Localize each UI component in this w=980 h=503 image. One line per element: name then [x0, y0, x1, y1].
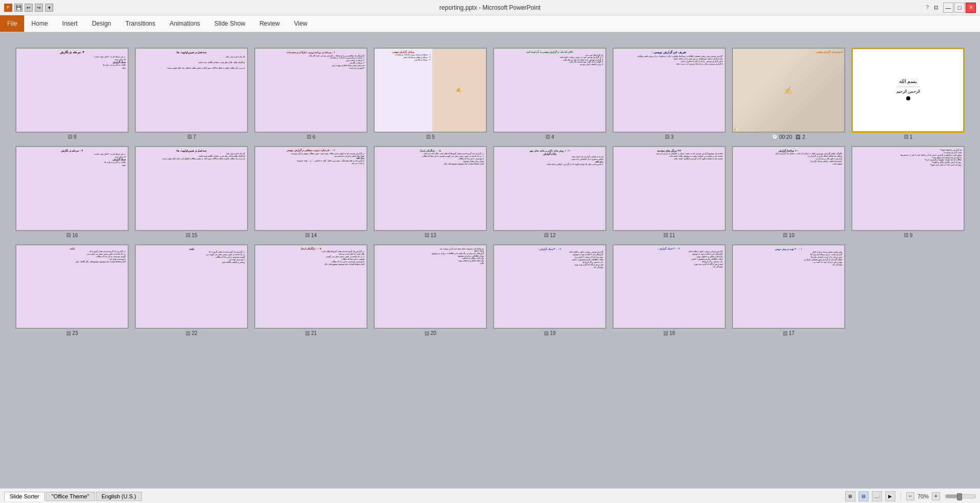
- slide-thumb-17: ۱ - ۰ ۳ تهیه ی پیش نویس پیش نویس، ستون و…: [732, 244, 845, 329]
- slide-item-16[interactable]: ۳ - مرحله ی نگارش در این مرحله باید به ۴…: [15, 146, 129, 238]
- slide-item-18[interactable]: ۲ - ۰ ۳ سبک گزارش : گزارش نویسی روشن، دق…: [612, 244, 726, 337]
- slide-item-5[interactable]: مراحل گزارش نویسی ۱ - مرحله ی برنامه ریز…: [374, 48, 487, 140]
- slide-icon-13: 🖼: [424, 233, 429, 238]
- slide-icon-12: 🖼: [544, 233, 548, 238]
- slide-number-18: 🖼 18: [663, 330, 675, 336]
- slide-item-17[interactable]: ۱ - ۰ ۳ تهیه ی پیش نویس پیش نویس، ستون و…: [732, 244, 845, 337]
- slide-item-11[interactable]: ۲-۲ بزرگی های مقدمه مقدمه باید موضوع گزا…: [612, 146, 726, 238]
- slide-icon-6: 🖼: [307, 134, 311, 139]
- slide-thumb-14: ۲ - ۵-۰ رعایت ترتیب منطقی در گزارش نویسی…: [254, 146, 368, 231]
- window-title: reporting.pptx - Microsoft PowerPoint: [439, 4, 540, 11]
- tab-file[interactable]: File: [0, 15, 24, 32]
- slide-number-12: 🖼 12: [544, 233, 556, 238]
- slide-number-19: 🖼 19: [544, 330, 556, 336]
- tab-transitions[interactable]: Transitions: [118, 15, 162, 32]
- slide-icon-16: 🖼: [66, 233, 71, 238]
- help-icon[interactable]: ?: [926, 5, 929, 10]
- tab-animations[interactable]: Animations: [162, 15, 207, 32]
- slide-item-13[interactable]: ۵ - ۰ پاراگراف (بند): در گزارش باید گروه…: [374, 146, 487, 238]
- slide-thumb-9: چه گزارش را خواهد خواند؟ هدف گزارش چیست؟…: [851, 146, 965, 231]
- slide-icon-14: 🖼: [305, 233, 310, 238]
- slide-item-21[interactable]: ۵ - ۰ پاراگراف (بند): در گزارش باید گروه…: [254, 244, 368, 337]
- slide-number-16: 🖼 16: [66, 233, 78, 238]
- slide-number-21: 🖼 21: [305, 330, 317, 336]
- slide-thumb-11: ۲-۲ بزرگی های مقدمه مقدمه باید موضوع گزا…: [612, 146, 726, 231]
- tab-home[interactable]: Home: [24, 15, 55, 32]
- customize-button[interactable]: ▾: [45, 4, 53, 12]
- zoom-slider[interactable]: [945, 494, 976, 498]
- maximize-button[interactable]: □: [954, 3, 965, 13]
- slide-item-3[interactable]: تعریف فن گزارش نویسی : گزارش نویسی یعنی …: [612, 48, 726, 140]
- slide-sorter-area: ۳ - مرحله ی نگارش در این مرحله باید به ۴…: [0, 32, 980, 488]
- slide-item-1[interactable]: بسم الله الرحمن الرحیم 🖼 1: [851, 48, 965, 140]
- zoom-out-button[interactable]: −: [906, 492, 914, 500]
- slide-item-15[interactable]: جند اصل در تعیین اولویت ها: کل باید با ج…: [135, 146, 248, 238]
- expand-icon[interactable]: ⊡: [934, 5, 938, 10]
- slide-icon-8: 🖼: [68, 134, 72, 139]
- slide-number-20: 🖼 20: [424, 330, 436, 336]
- clock-icon-2: 🕐: [772, 134, 778, 139]
- slide-number-9: 🖼 9: [904, 233, 913, 238]
- slide-number-15: 🖼 15: [186, 233, 197, 238]
- status-tabs: Slide Sorter "Office Theme" English (U.S…: [4, 492, 142, 501]
- reading-view-button[interactable]: 📖: [872, 491, 882, 501]
- zoom-in-button[interactable]: +: [932, 492, 940, 500]
- slide-sorter-view-button[interactable]: ⊟: [859, 491, 869, 501]
- slide-icon-23: 🖼: [66, 331, 71, 336]
- slide-icon-4: 🖼: [545, 134, 550, 139]
- slideshow-view-button[interactable]: ▶: [885, 491, 895, 501]
- slide-item-8[interactable]: ۳ - مرحله ی نگارش در این مرحله باید به ۴…: [15, 48, 129, 140]
- slide-thumb-1: بسم الله الرحمن الرحیم: [851, 48, 965, 133]
- slide-item-4[interactable]: نکاتی که باید در گزارش نویسی به آن توجه …: [493, 48, 606, 140]
- zoom-level: 70%: [917, 493, 929, 499]
- slide-thumb-15: جند اصل در تعیین اولویت ها: کل باید با ج…: [135, 146, 248, 231]
- slide-number-11: 🖼 11: [663, 233, 675, 238]
- zoom-slider-thumb[interactable]: [957, 493, 962, 500]
- slide-icon-11: 🖼: [663, 233, 668, 238]
- save-button[interactable]: 💾: [14, 4, 23, 12]
- status-tab-office-theme[interactable]: "Office Theme": [46, 492, 94, 501]
- slide-icon-17: 🖼: [783, 331, 787, 336]
- slide-item-9[interactable]: چه گزارش را خواهد خواند؟ هدف گزارش چیست؟…: [851, 146, 965, 238]
- slide-icon-5: 🖼: [426, 134, 431, 139]
- slide-number-10: 🖼 10: [783, 233, 794, 238]
- slide-item-14[interactable]: ۲ - ۵-۰ رعایت ترتیب منطقی در گزارش نویسی…: [254, 146, 368, 238]
- slide-item-7[interactable]: جند اصل در تعیین اولویت ها: کل باید با ج…: [135, 48, 248, 140]
- slide-item-10[interactable]: ۱-۰ ساختار گزارش چگونگی تنظیم گزارش، مهم…: [732, 146, 845, 238]
- normal-view-button[interactable]: ⊞: [845, 491, 855, 501]
- slide-thumb-12: ۲ - ۱ روش های تاکید بر نکته های مهم پایا…: [493, 146, 606, 231]
- close-button[interactable]: ✕: [966, 3, 976, 13]
- tab-view[interactable]: View: [287, 15, 315, 32]
- tab-insert[interactable]: Insert: [55, 15, 85, 32]
- slide-thumb-10: ۱-۰ ساختار گزارش چگونگی تنظیم گزارش، مهم…: [732, 146, 845, 231]
- slide-item-12[interactable]: ۲ - ۱ روش های تاکید بر نکته های مهم پایا…: [493, 146, 606, 238]
- slide-number-14: 🖼 14: [305, 233, 317, 238]
- slide-number-13: 🖼 13: [424, 233, 436, 238]
- slide-item-23[interactable]: نکته: در گزارش باید گروه شدیدی همان گروه…: [15, 244, 129, 337]
- title-bar: P 💾 ↩ ↪ ▾ reporting.pptx - Microsoft Pow…: [0, 0, 980, 15]
- tab-review[interactable]: Review: [252, 15, 287, 32]
- slide-item-6[interactable]: ۱ - مرحله ی برنامه ریزی، تدارکات و مقدما…: [254, 48, 368, 140]
- slide-grid: ۳ - مرحله ی نگارش در این مرحله باید به ۴…: [10, 43, 970, 341]
- slide-icon-10: 🖼: [783, 233, 787, 238]
- undo-button[interactable]: ↩: [25, 4, 33, 12]
- ribbon: File Home Insert Design Transitions Anim…: [0, 15, 980, 32]
- tab-design[interactable]: Design: [85, 15, 118, 32]
- slide-item-20[interactable]: ببند ها اما باید مجموعه جمله بدهند تازه …: [374, 244, 487, 337]
- slide-icon-3: 🖼: [665, 134, 669, 139]
- tab-slideshow[interactable]: Slide Show: [207, 15, 252, 32]
- slide-item-2[interactable]: آموزش فن گزارش نویسی ✍📝 ✍ 🕐 00:20 🖼 2: [732, 48, 845, 140]
- redo-button[interactable]: ↪: [35, 4, 43, 12]
- status-tab-language[interactable]: English (U.S.): [96, 492, 142, 501]
- divider: [901, 492, 901, 500]
- slide-number-3: 🖼 3: [665, 134, 674, 140]
- status-tab-slide-sorter[interactable]: Slide Sorter: [4, 492, 45, 501]
- slide-item-19[interactable]: ۲ - ۰ ۳ سبک گزارش : گزارش نویسی روشن، دق…: [493, 244, 606, 337]
- slide-thumb-23: نکته: در گزارش باید گروه شدیدی همان گروه…: [15, 244, 129, 329]
- slide-item-22[interactable]: نکته: در گزارش باید گروه شدیدی همان گروه…: [135, 244, 248, 337]
- slide-thumb-18: ۲ - ۰ ۳ سبک گزارش : گزارش نویسی روشن، دق…: [612, 244, 726, 329]
- slide-thumb-21: ۵ - ۰ پاراگراف (بند): در گزارش باید گروه…: [254, 244, 368, 329]
- slide-thumb-4: نکاتی که باید در گزارش نویسی به آن توجه …: [493, 48, 606, 133]
- minimize-button[interactable]: —: [943, 3, 953, 13]
- slide-thumb-16: ۳ - مرحله ی نگارش در این مرحله باید به ۴…: [15, 146, 129, 231]
